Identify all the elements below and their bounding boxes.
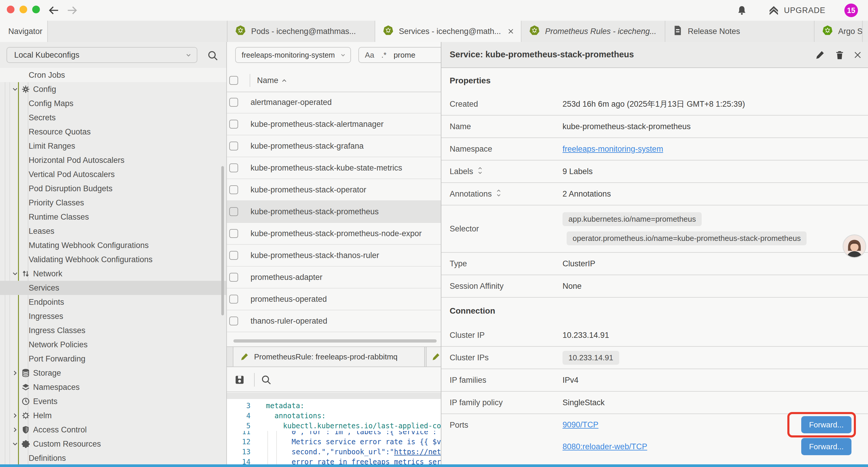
window-tab-prometheus-rules-icecheng[interactable]: Prometheus Rules - icecheng... xyxy=(522,21,665,42)
row-checkbox[interactable] xyxy=(229,295,238,303)
yaml-editor[interactable]: 3metadata:4annotations:5kubectl.kubernet… xyxy=(227,399,441,465)
editor-tab-partial[interactable] xyxy=(426,347,441,367)
table-row[interactable]: kube-prometheus-stack-kube-state-metrics xyxy=(227,157,441,179)
row-checkbox[interactable] xyxy=(229,185,238,194)
upgrade-icon[interactable] xyxy=(768,4,780,16)
kubeconfig-select[interactable]: Local Kubeconfigs xyxy=(6,47,197,63)
chevron-down-icon[interactable] xyxy=(11,85,19,93)
notification-count-badge[interactable]: 15 xyxy=(844,4,858,17)
user-avatar[interactable] xyxy=(843,234,866,258)
sidebar-item-port-forwarding[interactable]: Port Forwarding xyxy=(0,352,226,366)
sidebar-item-validating-webhook-configurations[interactable]: Validating Webhook Configurations xyxy=(0,253,226,267)
name-column-header[interactable]: Name xyxy=(257,76,288,85)
sidebar-item-config[interactable]: Config xyxy=(0,82,226,96)
sidebar-item-label: Network xyxy=(33,269,62,279)
select-all-checkbox[interactable] xyxy=(229,76,238,85)
row-checkbox[interactable] xyxy=(229,251,238,260)
sidebar-item-endpoints[interactable]: Endpoints xyxy=(0,295,226,309)
sidebar-item-definitions[interactable]: Definitions xyxy=(0,451,226,465)
sort-toggle-icon[interactable] xyxy=(477,167,483,177)
chevron-right-icon[interactable] xyxy=(11,412,19,419)
table-row[interactable]: alertmanager-operated xyxy=(227,92,441,114)
sidebar-item-events[interactable]: Events xyxy=(0,394,226,408)
window-tab-argo-se[interactable]: Argo Se xyxy=(814,21,863,42)
search-icon[interactable] xyxy=(260,374,272,385)
close-window-button[interactable] xyxy=(7,6,14,13)
namespace-link[interactable]: freeleaps-monitoring-system xyxy=(562,145,663,154)
port-link[interactable]: 8080:reloader-web/TCP xyxy=(562,442,647,451)
sidebar-item-resource-quotas[interactable]: Resource Quotas xyxy=(0,125,226,139)
sidebar-item-mutating-webhook-configurations[interactable]: Mutating Webhook Configurations xyxy=(0,238,226,253)
row-checkbox[interactable] xyxy=(229,273,238,282)
row-checkbox[interactable] xyxy=(229,120,238,128)
sidebar-item-ingresses[interactable]: Ingresses xyxy=(0,309,226,323)
forward-button[interactable]: Forward... xyxy=(801,438,851,455)
window-tab-services-icecheng-math[interactable]: Services - icecheng@math... xyxy=(375,21,522,42)
namespace-select[interactable]: freeleaps-monitoring-system xyxy=(235,47,351,63)
sidebar-item-runtime-classes[interactable]: Runtime Classes xyxy=(0,210,226,224)
sidebar-item-secrets[interactable]: Secrets xyxy=(0,111,226,125)
chevron-right-icon[interactable] xyxy=(11,426,19,434)
filter-input[interactable]: Aa .* prome xyxy=(359,47,441,63)
chevron-down-icon[interactable] xyxy=(11,270,19,278)
sidebar-item-vertical-pod-autoscalers[interactable]: Vertical Pod Autoscalers xyxy=(0,167,226,181)
table-row[interactable]: kube-prometheus-stack-grafana xyxy=(227,135,441,157)
sidebar-item-custom-resources[interactable]: Custom Resources xyxy=(0,437,226,451)
row-checkbox[interactable] xyxy=(229,164,238,172)
sidebar-item-access-control[interactable]: Access Control xyxy=(0,423,226,437)
search-icon[interactable] xyxy=(207,50,219,61)
table-row[interactable]: kube-prometheus-stack-alertmanager xyxy=(227,114,441,135)
row-checkbox[interactable] xyxy=(229,229,238,238)
window-tab-pods-icecheng-mathmas[interactable]: Pods - icecheng@mathmas... xyxy=(227,21,375,42)
sidebar-item-limit-ranges[interactable]: Limit Ranges xyxy=(0,139,226,153)
sidebar-item-helm[interactable]: Helm xyxy=(0,408,226,423)
regex-toggle[interactable]: .* xyxy=(381,51,386,60)
sidebar-scrollbar[interactable] xyxy=(221,166,224,315)
chevron-right-icon[interactable] xyxy=(11,369,19,377)
sidebar-item-network[interactable]: Network xyxy=(0,267,226,281)
horizontal-scrollbar[interactable] xyxy=(234,339,437,343)
edit-icon[interactable] xyxy=(814,49,826,61)
close-icon[interactable] xyxy=(507,27,515,35)
close-icon[interactable] xyxy=(852,49,864,61)
save-icon[interactable] xyxy=(234,374,245,385)
row-checkbox[interactable] xyxy=(229,317,238,325)
row-checkbox[interactable] xyxy=(229,98,238,107)
forward-icon[interactable] xyxy=(66,4,79,17)
sidebar-item-ingress-classes[interactable]: Ingress Classes xyxy=(0,323,226,338)
titlebar-actions: UPGRADE 15 xyxy=(737,0,868,21)
sidebar-item-cron-jobs[interactable]: Cron Jobs xyxy=(0,68,226,82)
sidebar-item-pod-disruption-budgets[interactable]: Pod Disruption Budgets xyxy=(0,181,226,196)
sidebar-item-leases[interactable]: Leases xyxy=(0,224,226,238)
sidebar-item-storage[interactable]: Storage xyxy=(0,366,226,380)
editor-tab-prometheusrule[interactable]: PrometheusRule: freeleaps-prod-rabbitmq xyxy=(233,347,425,367)
sort-toggle-icon[interactable] xyxy=(495,189,502,199)
sidebar-item-namespaces[interactable]: Namespaces xyxy=(0,380,226,394)
back-icon[interactable] xyxy=(47,4,60,17)
table-row[interactable]: kube-prometheus-stack-prometheus xyxy=(227,201,441,223)
sidebar-item-services[interactable]: Services xyxy=(0,281,226,295)
table-row[interactable]: kube-prometheus-stack-prometheus-node-ex… xyxy=(227,223,441,245)
navigator-panel-tab[interactable]: Navigator xyxy=(0,21,48,42)
table-row[interactable]: prometheus-adapter xyxy=(227,267,441,289)
row-checkbox[interactable] xyxy=(229,142,238,150)
table-row[interactable]: prometheus-operated xyxy=(227,289,441,310)
chevron-down-icon[interactable] xyxy=(11,440,19,448)
port-link[interactable]: 9090/TCP xyxy=(562,420,598,430)
table-row[interactable]: thanos-ruler-operated xyxy=(227,310,441,332)
table-row[interactable]: kube-prometheus-stack-operator xyxy=(227,179,441,201)
bell-icon[interactable] xyxy=(737,5,747,16)
sidebar-item-horizontal-pod-autoscalers[interactable]: Horizontal Pod Autoscalers xyxy=(0,153,226,167)
sidebar-item-network-policies[interactable]: Network Policies xyxy=(0,338,226,352)
minimize-window-button[interactable] xyxy=(20,6,27,13)
sidebar-item-priority-classes[interactable]: Priority Classes xyxy=(0,196,226,210)
runbook-link[interactable]: https://net xyxy=(394,448,441,456)
maximize-window-button[interactable] xyxy=(32,6,40,13)
sidebar-item-config-maps[interactable]: Config Maps xyxy=(0,96,226,111)
match-case-toggle[interactable]: Aa xyxy=(365,51,374,60)
row-checkbox[interactable] xyxy=(229,207,238,216)
trash-icon[interactable] xyxy=(834,49,845,61)
upgrade-button[interactable]: UPGRADE xyxy=(784,6,826,15)
table-row[interactable]: kube-prometheus-stack-thanos-ruler xyxy=(227,245,441,267)
window-tab-release-notes[interactable]: Release Notes xyxy=(665,21,814,42)
